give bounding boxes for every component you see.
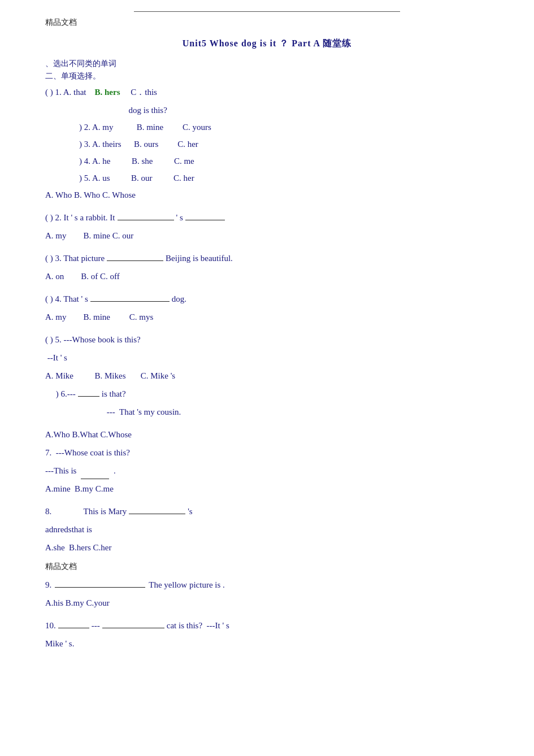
- q10-blank1: [58, 628, 89, 628]
- q8-num: 8.: [45, 503, 84, 520]
- q8-sub: adnredsthat is: [45, 521, 489, 538]
- q1-options: A. Who B. Who C. Whose: [45, 186, 489, 203]
- q9-num: 9.: [45, 576, 51, 593]
- q5-options: A. Mike B. Mikes C. Mike 's: [45, 367, 489, 384]
- q1-text: C．this: [120, 84, 157, 101]
- q4-blank: [90, 301, 170, 302]
- q1-line: ( ) 1. A. that B. hers C．this: [45, 84, 489, 101]
- q1-sub3: ) 3. A. theirs B. ours C. her: [79, 136, 489, 153]
- q8-line: 8. This is Mary 's: [45, 503, 489, 520]
- q10-dash: ---: [92, 617, 100, 634]
- q4-options: A. my B. mine C. mys: [45, 309, 489, 325]
- q5-line: ( ) 5. ---Whose book is this?: [45, 331, 489, 348]
- q6-answer: --- That 's my cousin.: [79, 403, 489, 420]
- q1-paren: ( ) 1. A. that: [45, 84, 95, 101]
- page-title: Unit5 Whose dog is it ？ Part A 随堂练: [45, 38, 489, 50]
- q6-options: A.Who B.What C.Whose: [45, 426, 489, 443]
- q6-paren: ) 6.---: [45, 385, 76, 402]
- q1-sub5: ) 5. A. us B. our C. her: [79, 170, 489, 186]
- q4-line: ( ) 4. That ' s dog.: [45, 290, 489, 307]
- q7-options: A.mine B.my C.me: [45, 480, 489, 497]
- question-9: 9. The yellow picture is . A.his B.my C.…: [45, 576, 489, 611]
- q4-text2: dog.: [172, 290, 186, 307]
- q2-options: A. my B. mine C. our: [45, 227, 489, 244]
- q9-options: A.his B.my C.your: [45, 594, 489, 611]
- q8-options: A.she B.hers C.her: [45, 539, 489, 556]
- q7-line: 7. ---Whose coat is this?: [45, 444, 489, 461]
- q5-answer: --It ' s: [45, 349, 489, 366]
- question-10: 10. --- cat is this? ---It ' s Mike ' s.: [45, 617, 489, 652]
- question-2: ( ) 2. It ' s a rabbit. It ' s A. my B. …: [45, 209, 489, 244]
- q9-text: The yellow picture is .: [149, 576, 225, 593]
- question-1: ( ) 1. A. that B. hers C．this dog is thi…: [45, 84, 489, 203]
- q1-sub2: ) 2. A. my B. mine C. yours: [79, 119, 489, 136]
- q10-sub: Mike ' s.: [45, 635, 489, 652]
- question-7: 7. ---Whose coat is this? ---This is . A…: [45, 444, 489, 497]
- jingpin-label-2: 精品文档: [45, 562, 489, 572]
- q10-text2: cat is this? ---It ' s: [167, 617, 229, 634]
- top-divider: [134, 11, 400, 12]
- q2-line: ( ) 2. It ' s a rabbit. It ' s: [45, 209, 489, 226]
- q3-options: A. on B. of C. off: [45, 268, 489, 285]
- question-4: ( ) 4. That ' s dog. A. my B. mine C. my…: [45, 290, 489, 325]
- section1-header: 、选出不同类的单词: [45, 59, 489, 69]
- q4-paren: ( ) 4. That ' s: [45, 290, 88, 307]
- q10-blank2: [102, 628, 164, 628]
- question-3: ( ) 3. That picture Beijing is beautiful…: [45, 250, 489, 285]
- q1-dogisthis-label: dog is this?: [57, 102, 489, 119]
- q3-blank: [107, 260, 163, 261]
- q9-blank: [55, 587, 145, 588]
- q7-answer: ---This is .: [45, 462, 489, 479]
- q9-line: 9. The yellow picture is .: [45, 576, 489, 593]
- q8-pre: This is Mary: [84, 503, 127, 520]
- q5-paren: ( ) 5. ---Whose book is this?: [45, 331, 141, 348]
- q1-sub4: ) 4. A. he B. she C. me: [79, 153, 489, 170]
- q6-line: ) 6.--- is that?: [45, 385, 489, 402]
- q6-text: is that?: [102, 385, 126, 402]
- q3-text2: Beijing is beautiful.: [166, 250, 233, 267]
- q1-dogisthis: B. hers: [95, 84, 120, 101]
- question-8: 8. This is Mary 's adnredsthat is A.she …: [45, 503, 489, 556]
- q2-text2: ' s: [176, 209, 183, 226]
- q7-text: 7. ---Whose coat is this?: [45, 444, 130, 461]
- q2-blank2: [185, 220, 225, 220]
- q3-line: ( ) 3. That picture Beijing is beautiful…: [45, 250, 489, 267]
- q3-paren: ( ) 3. That picture: [45, 250, 105, 267]
- q8-post: 's: [188, 503, 193, 520]
- q7-blank: [81, 479, 109, 479]
- section2-header: 二、单项选择。: [45, 71, 489, 81]
- jingpin-label-1: 精品文档: [45, 18, 489, 28]
- q2-paren: ( ) 2. It ' s a rabbit. It: [45, 209, 115, 226]
- q2-blank1: [118, 220, 174, 220]
- question-5: ( ) 5. ---Whose book is this? --It ' s A…: [45, 331, 489, 420]
- q10-num: 10.: [45, 617, 56, 634]
- q6-blank: [78, 396, 99, 397]
- q10-line: 10. --- cat is this? ---It ' s: [45, 617, 489, 634]
- q8-blank: [129, 514, 185, 514]
